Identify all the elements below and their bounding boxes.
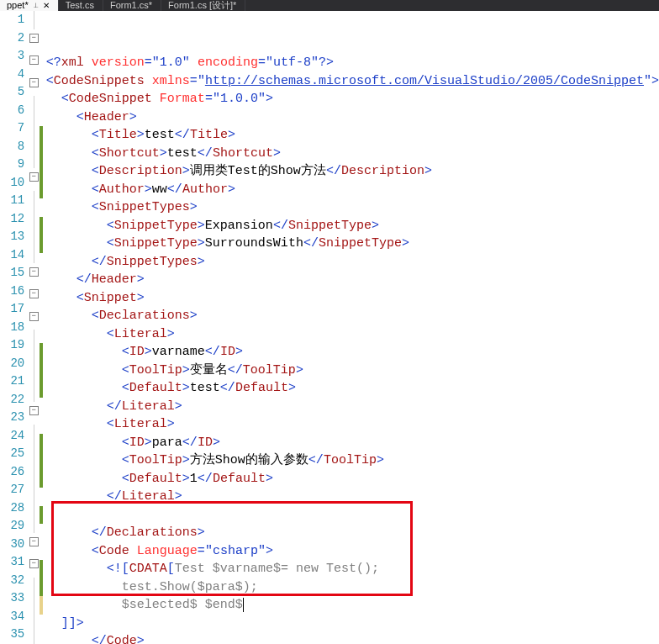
line-number: 33 xyxy=(0,589,24,608)
change-marker-unsaved xyxy=(40,596,43,615)
code-line[interactable]: <Declarations> xyxy=(45,307,659,325)
code-line[interactable] xyxy=(45,506,659,525)
fold-toggle-icon[interactable]: − xyxy=(29,34,39,43)
line-number: 23 xyxy=(0,409,24,427)
code-line[interactable]: <SnippetType>SurroundsWith</SnippetType> xyxy=(45,235,659,253)
code-area[interactable]: <?xml version="1.0" encoding="utf-8"?><C… xyxy=(45,11,659,644)
change-marker-saved xyxy=(40,560,43,578)
code-line[interactable]: <?xml version="1.0" encoding="utf-8"?> xyxy=(45,54,659,72)
line-number: 32 xyxy=(0,572,24,590)
line-number: 5 xyxy=(0,83,24,102)
fold-toggle-icon[interactable]: − xyxy=(29,312,39,321)
code-line[interactable]: <Author>ww</Author> xyxy=(45,181,659,199)
close-icon[interactable]: ✕ xyxy=(43,1,50,10)
code-line[interactable]: <CodeSnippet Format="1.0.0"> xyxy=(45,90,659,108)
code-line[interactable]: </Literal> xyxy=(45,398,659,416)
line-number: 16 xyxy=(0,282,24,301)
change-marker-saved xyxy=(40,235,43,253)
code-line[interactable]: $selected$ $end$ xyxy=(45,596,659,615)
fold-toggle-icon[interactable]: − xyxy=(29,559,39,568)
code-line[interactable]: </Code> xyxy=(45,632,659,644)
code-line[interactable]: <ID>para</ID> xyxy=(45,434,659,452)
line-number: 29 xyxy=(0,517,24,536)
line-number: 18 xyxy=(0,319,24,337)
code-line[interactable]: <Default>1</Default> xyxy=(45,470,659,488)
code-editor[interactable]: 1234567891011121314151617181920212223242… xyxy=(0,11,659,644)
line-number: 7 xyxy=(0,119,24,138)
line-number: 24 xyxy=(0,427,24,446)
line-number: 25 xyxy=(0,445,24,463)
line-number: 9 xyxy=(0,156,24,174)
line-number: 34 xyxy=(0,608,24,626)
change-marker-saved xyxy=(40,506,43,525)
code-line[interactable]: ]]> xyxy=(45,615,659,633)
tab-label: Form1.cs* xyxy=(110,1,152,10)
tab-snippet[interactable]: ppet* ⟂ ✕ xyxy=(0,0,59,11)
code-line[interactable]: <Code Language="csharp"> xyxy=(45,542,659,561)
tab-test-cs[interactable]: Test.cs xyxy=(59,0,103,11)
code-line[interactable]: <SnippetTypes> xyxy=(45,198,659,217)
code-line[interactable]: <Shortcut>test</Shortcut> xyxy=(45,145,659,163)
fold-toggle-icon[interactable]: − xyxy=(29,78,39,87)
code-line[interactable]: <CodeSnippets xmlns="http://schemas.micr… xyxy=(45,72,659,91)
pin-icon[interactable]: ⟂ xyxy=(34,1,38,10)
line-number: 22 xyxy=(0,391,24,409)
change-marker-saved xyxy=(40,162,43,181)
code-line[interactable]: <Literal> xyxy=(45,325,659,344)
line-number-gutter: 1234567891011121314151617181920212223242… xyxy=(0,11,28,644)
code-line[interactable]: <Title>test</Title> xyxy=(45,126,659,145)
line-number: 20 xyxy=(0,355,24,373)
code-line[interactable]: <Literal> xyxy=(45,415,659,434)
code-line[interactable]: <Snippet> xyxy=(45,289,659,308)
tab-label: Test.cs xyxy=(66,1,94,10)
code-line[interactable]: <ToolTip>变量名</ToolTip> xyxy=(45,362,659,380)
change-marker-saved xyxy=(40,379,43,398)
line-number: 3 xyxy=(0,47,24,66)
code-line[interactable]: <Header> xyxy=(45,108,659,127)
line-number: 35 xyxy=(0,626,24,644)
code-line[interactable]: <SnippetType>Expansion</SnippetType> xyxy=(45,217,659,235)
fold-column[interactable]: −−−−−−−−−− xyxy=(28,11,40,644)
code-line[interactable]: <ToolTip>方法Show的输入参数</ToolTip> xyxy=(45,451,659,470)
fold-toggle-icon[interactable]: − xyxy=(29,537,39,546)
line-number: 21 xyxy=(0,372,24,391)
tab-form1-design[interactable]: Form1.cs [设计]* xyxy=(161,0,245,11)
line-number: 17 xyxy=(0,300,24,319)
line-number: 30 xyxy=(0,536,24,554)
line-number: 19 xyxy=(0,336,24,355)
code-line[interactable]: </Literal> xyxy=(45,488,659,506)
line-number: 27 xyxy=(0,481,24,499)
code-line[interactable]: </SnippetTypes> xyxy=(45,253,659,272)
line-number: 8 xyxy=(0,138,24,156)
line-number: 12 xyxy=(0,210,24,229)
fold-toggle-icon[interactable]: − xyxy=(29,55,39,65)
line-number: 2 xyxy=(0,29,24,48)
code-line[interactable]: </Header> xyxy=(45,271,659,289)
line-number: 6 xyxy=(0,102,24,120)
tab-label: ppet* xyxy=(7,1,29,10)
change-marker-saved xyxy=(40,343,43,362)
fold-toggle-icon[interactable]: − xyxy=(29,289,39,298)
change-marker-saved xyxy=(40,578,43,597)
change-marker-saved xyxy=(40,126,43,145)
fold-toggle-icon[interactable]: − xyxy=(29,406,39,415)
code-line[interactable]: <Default>test</Default> xyxy=(45,379,659,398)
line-number: 13 xyxy=(0,228,24,246)
line-number: 11 xyxy=(0,192,24,210)
tab-strip: ppet* ⟂ ✕ Test.cs Form1.cs* Form1.cs [设计… xyxy=(0,0,659,11)
line-number: 14 xyxy=(0,246,24,265)
code-line[interactable]: <Description>调用类Test的Show方法</Description… xyxy=(45,162,659,181)
code-line[interactable]: test.Show($para$); xyxy=(45,578,659,597)
tab-form1-cs[interactable]: Form1.cs* xyxy=(103,0,161,11)
line-number: 28 xyxy=(0,499,24,518)
line-number: 4 xyxy=(0,66,24,84)
fold-toggle-icon[interactable]: − xyxy=(29,267,39,277)
change-marker-saved xyxy=(40,217,43,235)
tab-label: Form1.cs [设计]* xyxy=(168,1,236,10)
code-line[interactable]: <ID>varname</ID> xyxy=(45,343,659,362)
fold-toggle-icon[interactable]: − xyxy=(29,172,39,182)
line-number: 31 xyxy=(0,553,24,572)
code-line[interactable]: <![CDATA[Test $varname$= new Test(); xyxy=(45,560,659,578)
code-line[interactable]: </Declarations> xyxy=(45,524,659,542)
change-marker-saved xyxy=(40,181,43,199)
